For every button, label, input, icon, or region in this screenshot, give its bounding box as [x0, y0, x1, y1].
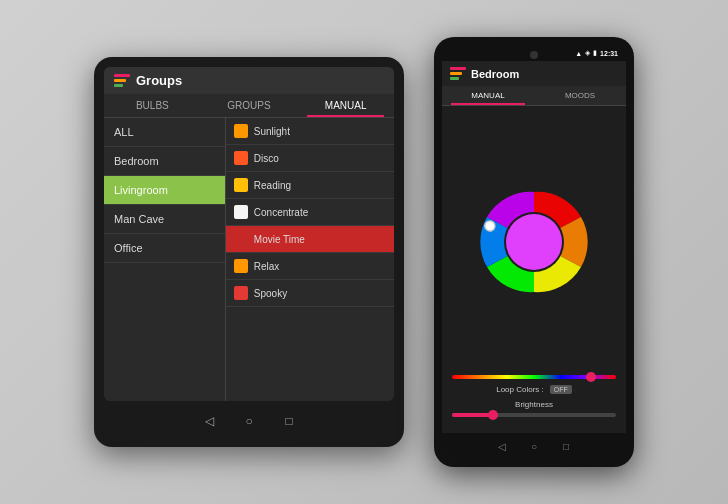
color-wheel[interactable]: [479, 187, 589, 297]
wifi-icon: ◈: [585, 49, 590, 57]
mood-label: Sunlight: [254, 126, 290, 137]
phone-tab-moods[interactable]: MOODS: [534, 86, 626, 105]
mood-label: Concentrate: [254, 207, 308, 218]
phone-nav: ◁ ○ □: [442, 433, 626, 459]
phone-controls: Loop Colors : OFF Brightness: [442, 369, 626, 433]
home-button[interactable]: ○: [239, 411, 259, 431]
mood-color-relax: [234, 259, 248, 273]
mood-label: Spooky: [254, 288, 287, 299]
tablet-tabs: BULBS GROUPS MANUAL: [104, 94, 394, 118]
loop-colors-label: Loop Colors :: [496, 385, 544, 394]
mood-item[interactable]: Reading: [226, 172, 394, 199]
color-slider[interactable]: [452, 375, 616, 379]
recents-button[interactable]: □: [279, 411, 299, 431]
list-item-active[interactable]: Livingroom: [104, 176, 225, 205]
tab-manual[interactable]: MANUAL: [297, 94, 394, 117]
mood-label: Disco: [254, 153, 279, 164]
color-wheel-container[interactable]: [442, 106, 626, 369]
mood-label: Reading: [254, 180, 291, 191]
phone-title: Bedroom: [471, 68, 519, 80]
tablet-content: ALL Bedroom Livingroom Man Cave Office S…: [104, 118, 394, 401]
list-item[interactable]: Office: [104, 234, 225, 263]
groups-icon: [114, 74, 130, 87]
loop-colors-row: Loop Colors : OFF: [452, 385, 616, 394]
battery-icon: ▮: [593, 49, 597, 57]
tablet: Groups BULBS GROUPS MANUAL ALL Bedroom L…: [94, 57, 404, 447]
tablet-header: Groups: [104, 67, 394, 94]
brightness-label: Brightness: [452, 400, 616, 409]
mood-list: Sunlight Disco Reading Concentrate: [226, 118, 394, 401]
mood-label: Movie Time: [254, 234, 305, 245]
phone-home-button[interactable]: ○: [526, 438, 542, 454]
mood-item[interactable]: Spooky: [226, 280, 394, 307]
list-item[interactable]: ALL: [104, 118, 225, 147]
tab-groups[interactable]: GROUPS: [201, 94, 298, 117]
tablet-title: Groups: [136, 73, 182, 88]
phone-screen: ▲ ◈ ▮ 12:31 Bedroom MANUAL MOODS: [442, 45, 626, 459]
phone-tab-manual[interactable]: MANUAL: [442, 86, 534, 105]
brightness-slider[interactable]: [452, 413, 616, 417]
mood-color-reading: [234, 178, 248, 192]
tab-bulbs[interactable]: BULBS: [104, 94, 201, 117]
brightness-fill: [452, 413, 493, 417]
phone-tabs: MANUAL MOODS: [442, 86, 626, 106]
phone: ▲ ◈ ▮ 12:31 Bedroom MANUAL MOODS: [434, 37, 634, 467]
status-time: 12:31: [600, 50, 618, 57]
mood-item[interactable]: Relax: [226, 253, 394, 280]
mood-color-sunlight: [234, 124, 248, 138]
mood-color-spooky: [234, 286, 248, 300]
group-list: ALL Bedroom Livingroom Man Cave Office: [104, 118, 226, 401]
list-item[interactable]: Bedroom: [104, 147, 225, 176]
color-slider-thumb[interactable]: [586, 372, 596, 382]
signal-icon: ▲: [575, 50, 582, 57]
tablet-screen: Groups BULBS GROUPS MANUAL ALL Bedroom L…: [104, 67, 394, 401]
tablet-nav: ◁ ○ □: [104, 405, 394, 437]
svg-point-1: [506, 214, 562, 270]
mood-color-movietime: [234, 232, 248, 246]
brightness-thumb[interactable]: [488, 410, 498, 420]
list-item[interactable]: Man Cave: [104, 205, 225, 234]
mood-color-concentrate: [234, 205, 248, 219]
mood-item[interactable]: Disco: [226, 145, 394, 172]
phone-header: Bedroom: [442, 61, 626, 86]
mood-item[interactable]: Concentrate: [226, 199, 394, 226]
mood-label: Relax: [254, 261, 280, 272]
phone-recents-button[interactable]: □: [558, 438, 574, 454]
mood-item[interactable]: Sunlight: [226, 118, 394, 145]
bedroom-icon: [450, 67, 466, 80]
mood-item-selected[interactable]: Movie Time: [226, 226, 394, 253]
mood-color-disco: [234, 151, 248, 165]
back-button[interactable]: ◁: [199, 411, 219, 431]
phone-back-button[interactable]: ◁: [494, 438, 510, 454]
loop-colors-value[interactable]: OFF: [550, 385, 572, 394]
phone-camera: [530, 51, 538, 59]
scene: Groups BULBS GROUPS MANUAL ALL Bedroom L…: [0, 0, 728, 504]
